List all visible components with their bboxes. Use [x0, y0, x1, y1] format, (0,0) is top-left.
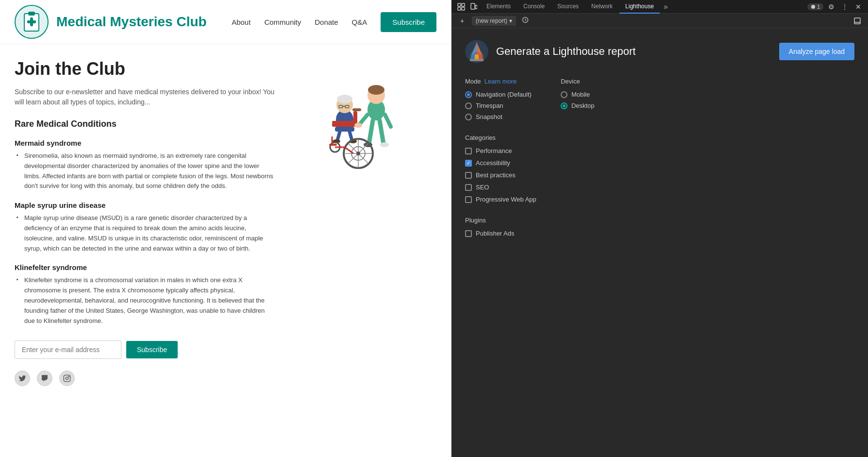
condition-3-title: Klinefelter syndrome — [15, 263, 277, 271]
condition-2-title: Maple syrup urine disease — [15, 201, 277, 209]
nav-qa[interactable]: Q&A — [352, 18, 367, 26]
best-practices-checkbox[interactable] — [465, 172, 472, 179]
pwa-checkbox[interactable] — [465, 196, 472, 203]
hero-illustration — [286, 68, 422, 187]
svg-point-51 — [811, 5, 815, 9]
device-desktop-option[interactable]: Desktop — [561, 102, 595, 109]
svg-rect-5 — [64, 375, 70, 382]
instagram-icon[interactable] — [59, 371, 75, 386]
device-radio-group: Mobile Desktop — [561, 91, 595, 109]
mode-snapshot-option[interactable]: Snapshot — [465, 113, 532, 120]
badge-button[interactable]: 1 — [807, 3, 823, 10]
svg-rect-2 — [28, 12, 35, 16]
tab-console[interactable]: Console — [517, 0, 551, 14]
secondbar-right — [851, 15, 863, 27]
twitch-icon[interactable] — [37, 371, 52, 386]
svg-point-10 — [368, 85, 384, 95]
header-subscribe-button[interactable]: Subscribe — [381, 12, 436, 32]
svg-rect-49 — [471, 3, 475, 9]
svg-rect-30 — [332, 121, 354, 123]
nav-donate[interactable]: Donate — [315, 18, 338, 26]
category-seo[interactable]: SEO — [465, 184, 854, 191]
seo-checkbox[interactable] — [465, 184, 472, 191]
publisher-ads-checkbox[interactable] — [465, 230, 472, 237]
tab-lighthouse[interactable]: Lighthouse — [619, 0, 660, 14]
device-label: Device — [561, 78, 595, 85]
analyze-page-load-button[interactable]: Analyze page load — [779, 43, 854, 60]
mode-device-section: Mode Learn more Navigation (Default) Tim… — [465, 78, 854, 120]
email-input[interactable] — [15, 340, 121, 359]
performance-checkbox[interactable] — [465, 148, 472, 154]
lighthouse-header: Generate a Lighthouse report Analyze pag… — [465, 40, 854, 63]
mode-label: Mode Learn more — [465, 78, 532, 85]
accessibility-checkbox[interactable] — [465, 160, 472, 167]
history-button[interactable] — [520, 16, 531, 26]
category-performance[interactable]: Performance — [465, 147, 854, 154]
dock-button[interactable] — [851, 15, 863, 27]
plugins-section: Plugins Publisher Ads — [465, 217, 854, 237]
mode-navigation-radio[interactable] — [465, 91, 472, 98]
more-tabs-button[interactable]: » — [661, 0, 671, 14]
dropdown-arrow-icon: ▾ — [509, 17, 512, 24]
svg-rect-41 — [329, 144, 337, 146]
condition-3: Klinefelter syndrome Klinefelter syndrom… — [15, 263, 277, 326]
condition-2-desc: Maple syrup urine disease (MSUD) is a ra… — [15, 213, 277, 254]
social-icons-row — [15, 371, 277, 386]
join-heading: Join the Club — [15, 59, 277, 79]
category-best-practices[interactable]: Best practices — [465, 171, 854, 179]
rare-conditions-heading: Rare Medical Conditions — [15, 119, 277, 129]
badge-count: 1 — [817, 4, 820, 10]
plus-button[interactable]: + — [456, 15, 468, 27]
hero-text: Join the Club Subscribe to our e-newslet… — [15, 59, 277, 386]
categories-section: Categories Performance Accessibility Bes… — [465, 134, 854, 203]
site-title: Medical Mysteries Club — [56, 14, 207, 30]
mode-navigation-option[interactable]: Navigation (Default) — [465, 91, 532, 98]
mode-timespan-radio[interactable] — [465, 102, 472, 109]
svg-rect-47 — [458, 7, 461, 10]
category-pwa[interactable]: Progressive Web App — [465, 196, 854, 203]
svg-rect-59 — [470, 59, 484, 61]
svg-point-38 — [356, 152, 360, 155]
close-devtools-button[interactable]: ✕ — [852, 1, 864, 13]
svg-line-13 — [369, 120, 373, 144]
condition-2: Maple syrup urine disease Maple syrup ur… — [15, 201, 277, 254]
website-panel: Medical Mysteries Club About Community D… — [0, 0, 451, 457]
tab-network[interactable]: Network — [585, 0, 618, 14]
plugin-publisher-ads[interactable]: Publisher Ads — [465, 230, 854, 237]
tab-sources[interactable]: Sources — [551, 0, 584, 14]
twitter-icon[interactable] — [15, 371, 30, 386]
mode-snapshot-radio[interactable] — [465, 114, 472, 120]
site-logo-icon — [15, 5, 49, 39]
categories-checkbox-group: Performance Accessibility Best practices… — [465, 147, 854, 203]
nav-about[interactable]: About — [232, 18, 250, 26]
mode-timespan-option[interactable]: Timespan — [465, 102, 532, 109]
condition-1-desc: Sirenomelia, also known as mermaid syndr… — [15, 151, 277, 191]
condition-1: Mermaid syndrome Sirenomelia, also known… — [15, 139, 277, 191]
devtools-topbar: Elements Console Sources Network Lightho… — [451, 0, 868, 14]
dots-menu-button[interactable]: ⋮ — [839, 1, 851, 13]
svg-rect-23 — [335, 127, 354, 132]
plugins-label: Plugins — [465, 217, 854, 224]
device-toggle-button[interactable] — [468, 1, 480, 13]
learn-more-link[interactable]: Learn more — [484, 78, 517, 85]
lighthouse-header-left: Generate a Lighthouse report — [465, 40, 635, 63]
new-report-label: (new report) — [476, 17, 507, 24]
device-desktop-radio[interactable] — [561, 102, 568, 109]
device-mobile-radio[interactable] — [561, 91, 568, 98]
svg-rect-50 — [475, 5, 477, 9]
email-subscribe-button[interactable]: Subscribe — [126, 341, 178, 358]
nav-community[interactable]: Community — [264, 18, 301, 26]
svg-rect-4 — [27, 20, 36, 23]
svg-line-12 — [385, 115, 391, 127]
site-nav: About Community Donate Q&A Subscribe — [232, 12, 436, 32]
lighthouse-content: Generate a Lighthouse report Analyze pag… — [451, 28, 868, 457]
svg-rect-53 — [854, 18, 860, 24]
settings-button[interactable]: ⚙ — [825, 1, 837, 13]
device-mobile-option[interactable]: Mobile — [561, 91, 595, 98]
tab-elements[interactable]: Elements — [481, 0, 517, 14]
new-report-dropdown[interactable]: (new report) ▾ — [472, 16, 516, 26]
hero-section: Join the Club Subscribe to our e-newslet… — [15, 59, 422, 386]
svg-point-19 — [337, 95, 352, 103]
category-accessibility[interactable]: Accessibility — [465, 159, 854, 167]
inspect-element-button[interactable] — [455, 1, 467, 13]
